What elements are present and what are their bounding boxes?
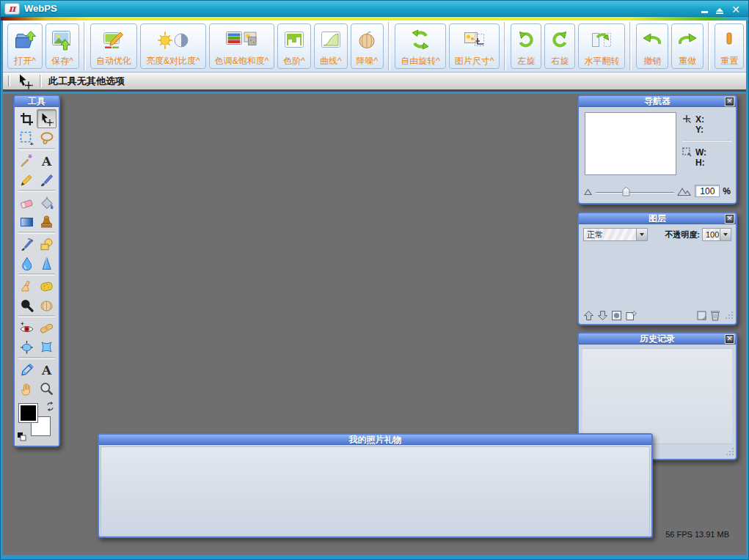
- tool-magic-wand-icon[interactable]: [17, 151, 37, 170]
- tool-paint-bucket-icon[interactable]: [37, 193, 56, 212]
- tool-crop-icon[interactable]: [17, 109, 37, 128]
- swap-colors-icon[interactable]: [45, 402, 55, 411]
- move-cursor-icon: [17, 73, 33, 89]
- layer-mask-icon[interactable]: [611, 310, 622, 321]
- layers-controls: 正常 不透明度: 100: [579, 224, 736, 243]
- zoom-out-icon[interactable]: [584, 187, 593, 196]
- toolbar-button-label: 右旋: [551, 56, 569, 66]
- tool-burn-icon[interactable]: [17, 295, 37, 314]
- tool-pinch-icon[interactable]: [17, 337, 37, 356]
- toolbar-button-redo[interactable]: 重做: [671, 23, 704, 69]
- history-close-icon[interactable]: ✕: [726, 335, 734, 343]
- opacity-dropdown-icon[interactable]: [720, 229, 731, 240]
- toolbar-separator: [504, 22, 506, 70]
- navigator-header[interactable]: 导航器 ✕: [579, 96, 736, 107]
- toolbar-button-rotate-right[interactable]: 右旋: [544, 23, 575, 69]
- zoom-slider[interactable]: [596, 185, 674, 197]
- zoom-slider-thumb[interactable]: [622, 186, 630, 196]
- toolbar-button-free-rotate[interactable]: 自由旋转^: [395, 23, 446, 69]
- tool-pencil-icon[interactable]: [17, 170, 37, 189]
- tools-separator: [18, 190, 55, 192]
- undo-icon: [642, 27, 662, 52]
- tool-eyedropper-icon[interactable]: [17, 360, 37, 379]
- tool-row: [17, 276, 56, 295]
- photo-gifts-body: [101, 446, 650, 537]
- tool-move-icon[interactable]: [37, 109, 56, 128]
- history-resize-grip[interactable]: [726, 447, 734, 456]
- tool-row: [17, 295, 56, 314]
- tool-brush-icon[interactable]: [37, 170, 56, 189]
- toolbar-button-brightness-contrast[interactable]: 亮度&对比度^: [140, 23, 206, 69]
- layer-down-icon[interactable]: [597, 310, 608, 321]
- toolbar-button-save[interactable]: 保存^: [45, 23, 79, 69]
- tool-type-icon[interactable]: A: [37, 151, 56, 170]
- photo-gifts-header[interactable]: 我的照片礼物: [99, 435, 651, 445]
- toolbar-button-label: 自动优化: [96, 56, 131, 66]
- tool-lasso-icon[interactable]: [37, 128, 56, 147]
- size-icon: [682, 147, 692, 157]
- toolbar-button-image-size[interactable]: 图片尺寸^: [449, 23, 500, 69]
- tool-type-alt-icon[interactable]: A: [37, 360, 56, 379]
- close-icon[interactable]: ✕: [731, 3, 740, 15]
- navigator-preview[interactable]: [585, 112, 676, 175]
- tool-clone-stamp-icon[interactable]: [37, 212, 56, 231]
- tool-eraser-icon[interactable]: [17, 193, 37, 212]
- layers-close-icon[interactable]: ✕: [726, 215, 734, 223]
- blend-mode-dropdown-icon[interactable]: [636, 229, 647, 240]
- blend-mode-select[interactable]: 正常: [583, 228, 648, 241]
- color-swatches: [17, 402, 56, 441]
- navigator-body: X: Y: W: H: 100: [579, 107, 736, 202]
- tool-healing-icon[interactable]: [37, 318, 56, 337]
- toolbar-button-denoise[interactable]: 降噪^: [351, 23, 384, 69]
- tool-history-brush-icon[interactable]: [17, 235, 37, 254]
- toolbar-button-curves[interactable]: 曲线^: [314, 23, 348, 69]
- tool-gradient-icon[interactable]: [17, 212, 37, 231]
- tool-zoom-icon[interactable]: [37, 379, 56, 398]
- toolbar-separator: [388, 22, 390, 70]
- foreground-color-swatch[interactable]: [19, 404, 37, 422]
- toolbar-button-hue-saturation[interactable]: 色调&饱和度^: [209, 23, 275, 69]
- toolbar-button-reset[interactable]: 重置: [715, 23, 744, 69]
- opacity-select[interactable]: 100: [702, 228, 731, 241]
- reset-icon: [726, 27, 732, 52]
- rotate-left-icon: [516, 27, 536, 52]
- toolbar-button-levels[interactable]: 色阶^: [277, 23, 311, 69]
- tool-dodge-icon[interactable]: [37, 295, 56, 314]
- tool-marquee-icon[interactable]: [17, 128, 37, 147]
- delete-layer-icon[interactable]: [710, 309, 720, 321]
- toolbar-button-flip-horizontal[interactable]: 水平翻转: [578, 23, 625, 69]
- toolbar-button-label: 打开^: [14, 56, 36, 66]
- tool-sponge-icon[interactable]: [37, 276, 56, 295]
- layers-header[interactable]: 图层 ✕: [579, 213, 736, 224]
- toolbar-button-auto-enhance[interactable]: 自动优化: [90, 23, 137, 69]
- maximize-icon[interactable]: [716, 3, 723, 15]
- toolbar-button-label: 亮度&对比度^: [146, 56, 200, 66]
- toolbar-button-undo[interactable]: 撤销: [636, 23, 668, 69]
- navigator-close-icon[interactable]: ✕: [726, 97, 734, 106]
- zoom-in-icon[interactable]: [677, 186, 692, 196]
- tool-shape-icon[interactable]: [37, 235, 56, 254]
- opacity-value: 100: [703, 229, 720, 240]
- tool-sharpen-icon[interactable]: [37, 254, 56, 273]
- toolbar-button-open[interactable]: 打开^: [7, 23, 43, 69]
- new-layer-icon[interactable]: [625, 310, 637, 321]
- layer-up-icon[interactable]: [583, 310, 594, 321]
- layers-panel: 图层 ✕ 正常 不透明度: 100: [577, 212, 737, 325]
- tool-blur-icon[interactable]: [17, 254, 37, 273]
- tools-panel-header[interactable]: 工具: [15, 96, 59, 107]
- default-colors-icon[interactable]: [17, 432, 26, 441]
- redo-icon: [677, 27, 698, 52]
- zoom-value-input[interactable]: 100: [695, 185, 720, 197]
- brightness-contrast-icon: [157, 27, 189, 52]
- tool-bloat-icon[interactable]: [37, 337, 56, 356]
- minimize-icon[interactable]: [701, 3, 708, 15]
- tool-smudge-icon[interactable]: [17, 276, 37, 295]
- main-toolbar: 打开^保存^自动优化亮度&对比度^色调&饱和度^色阶^曲线^降噪^自由旋转^图片…: [3, 21, 746, 73]
- toolbar-button-rotate-left[interactable]: 左旋: [511, 23, 541, 69]
- tool-red-eye-icon[interactable]: [17, 318, 37, 337]
- history-header[interactable]: 历史记录 ✕: [579, 334, 736, 345]
- y-label: Y:: [695, 125, 704, 135]
- duplicate-layer-icon[interactable]: [696, 310, 707, 321]
- tool-hand-icon[interactable]: [17, 379, 37, 398]
- layers-resize-grip[interactable]: [725, 311, 734, 320]
